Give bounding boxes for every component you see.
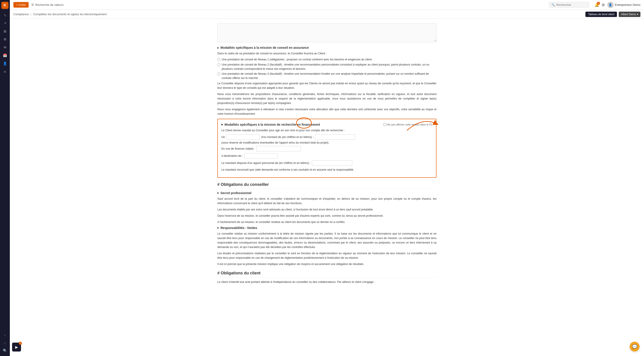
conseil-intro: Dans le cadre de sa prestation de consei… <box>217 51 436 56</box>
search-bar[interactable]: 🔍 <box>549 2 589 8</box>
secret-pro-para4: A l'achèvement de sa mission, le conseil… <box>217 220 436 224</box>
avatar: 👤 <box>607 2 614 8</box>
conseil-para2: Nous vous transmettrons les propositions… <box>217 92 436 105</box>
nav-section-label: Recherche de valeurs <box>35 3 64 6</box>
video-badge: 9 <box>19 342 22 345</box>
chevron-down-icon: ▾ <box>637 13 638 16</box>
obligations-conseiller-title: # Obligations du conseiller <box>217 182 436 189</box>
resp-para2: Les études et préconisations réalisées p… <box>217 251 436 260</box>
subheader-actions: Tableau de bord client Albert Demo ▾ <box>586 12 640 17</box>
financement-section: Modalités spécifiques à la mission de re… <box>217 119 436 178</box>
grid-button[interactable]: ⊞ <box>602 3 605 7</box>
sidebar-item-grid[interactable]: ⊞ <box>1 28 8 35</box>
label-montant: d'un montant de (en chiffres et en lettr… <box>261 136 314 139</box>
search-input[interactable] <box>556 3 587 6</box>
secret-pro-title[interactable]: Secret professionnel <box>217 191 436 195</box>
user-name: Entrepreneur Demo <box>615 3 640 6</box>
financement-hide-checkbox[interactable] <box>384 123 386 126</box>
content-area[interactable]: Modalités spécifiques à la mission de co… <box>10 19 644 356</box>
conseil-niveau2-radio[interactable] <box>217 63 220 66</box>
breadcrumb-item1[interactable]: Compliance <box>14 12 29 16</box>
financement-objet-row: En vue de financer (objet) : <box>222 146 432 152</box>
sidebar-item-download1[interactable]: ↓ <box>1 331 8 338</box>
app-logo[interactable]: K <box>1 2 8 9</box>
conseil-niveau2-text: Une prestation de conseil de Niveau 2 (f… <box>222 62 436 71</box>
sidebar-item-menu[interactable]: ≡ <box>1 68 8 75</box>
financement-intro: Le Client donne mandat au Conseiller pou… <box>222 128 432 132</box>
conseil-niveau1-radio[interactable] <box>217 58 220 61</box>
label-objet: En vue de financer (objet) : <box>222 147 255 150</box>
user-profile-label: Albert Demo <box>621 13 636 16</box>
resp-para1: Le conseiller réalise sa mission conform… <box>217 232 436 249</box>
alert-button[interactable]: 🔔 9 <box>594 3 599 7</box>
resp-title[interactable]: Responsabilités - limites <box>217 226 436 230</box>
label-destination: A destination de : <box>222 154 243 158</box>
alert-badge: 9 <box>597 2 600 5</box>
chat-button[interactable]: 💬 <box>630 342 640 352</box>
obligations-client-title: # Obligations du client <box>217 271 436 278</box>
conseil-niveau1-item: Une prestation de conseil de Niveau 1 (o… <box>217 58 436 62</box>
user-profile-button[interactable]: Albert Demo ▾ <box>619 12 640 17</box>
secret-pro-para2: Les documents établis par ses soins sont… <box>217 207 436 212</box>
breadcrumb-item2: Complétez les documents et signez les él… <box>33 12 107 16</box>
conseil-niveau3-item: Une prestation de conseil de Niveau 3 (f… <box>217 72 436 80</box>
input-montant[interactable] <box>315 134 355 140</box>
sidebar-item-settings[interactable]: ⚙ <box>1 36 8 43</box>
navbar: + Créer ☰ Recherche de valeurs 🔍 🔔 9 ⊞ 👤… <box>10 0 644 10</box>
document-body: Modalités spécifiques à la mission de co… <box>208 19 446 295</box>
financement-confirm-text: Le mandant reconnaît que cette demande e… <box>222 168 432 172</box>
label-un: Un <box>222 136 225 139</box>
secret-pro-para3: Dans l'exercice de sa mission, le consei… <box>217 214 436 218</box>
conseil-section-title[interactable]: Modalités spécifiques à la mission de co… <box>217 46 436 50</box>
input-objet[interactable] <box>256 146 301 152</box>
sidebar-item-mail[interactable]: ✉ <box>1 44 8 51</box>
sidebar-item-share[interactable]: ↗ <box>1 20 8 27</box>
conseil-niveau3-radio[interactable] <box>217 72 220 75</box>
user-button[interactable]: 👤 Entrepreneur Demo <box>607 2 640 8</box>
input-destination[interactable] <box>244 153 278 158</box>
label-apport: Le mandant dispose d'un apport personnel… <box>222 162 310 164</box>
financement-header: Modalités spécifiques à la mission de re… <box>222 123 432 126</box>
financement-checkbox-label[interactable]: Ne pas afficher cette section dans le PL <box>384 123 432 126</box>
financement-checkbox-text: Ne pas afficher cette section dans le PL <box>387 123 432 126</box>
search-icon: 🔍 <box>552 3 555 6</box>
financement-montant-row: Un d'un montant de (en chiffres et en le… <box>222 134 432 144</box>
sidebar-item-download2[interactable]: ↓ <box>1 339 8 346</box>
dashboard-button[interactable]: Tableau de bord client <box>586 12 617 17</box>
breadcrumb-separator: | <box>31 12 31 16</box>
top-textarea[interactable] <box>218 24 436 41</box>
sidebar-item-search[interactable]: 🔍 <box>1 347 8 354</box>
financement-destination-row: A destination de : <box>222 153 432 158</box>
sidebar-item-calendar[interactable]: 📅 <box>1 52 8 59</box>
subheader: Compliance | Complétez les documents et … <box>10 10 644 19</box>
financement-section-title[interactable]: Modalités spécifiques à la mission de re… <box>222 123 320 126</box>
navbar-right: 🔔 9 ⊞ 👤 Entrepreneur Demo <box>594 2 640 8</box>
label-reserve: (sous réserve de modifications éventuell… <box>222 141 329 144</box>
conseil-para1: Le Conseiller dispose d'une organisation… <box>217 81 436 90</box>
conseil-niveau1-text: Une prestation de conseil de Niveau 1 (o… <box>222 58 372 62</box>
sidebar-item-users[interactable]: 👤 <box>1 60 8 67</box>
input-type-credit[interactable] <box>226 134 260 140</box>
secret-pro-para1: Sauf accord écrit de la part du client, … <box>217 196 436 206</box>
input-apport[interactable] <box>312 160 352 166</box>
resp-para3: Il est ici précisé que la présente missi… <box>217 262 436 266</box>
sidebar-item-expand[interactable]: ⤡ <box>1 12 8 19</box>
main-container: + Créer ☰ Recherche de valeurs 🔍 🔔 9 ⊞ 👤… <box>10 0 644 356</box>
conseil-niveau3-text: Une prestation de conseil de Niveau 3 (f… <box>222 72 436 80</box>
nav-section: ☰ Recherche de valeurs <box>31 3 64 6</box>
conseil-niveau2-item: Une prestation de conseil de Niveau 2 (f… <box>217 62 436 71</box>
financement-apport-row: Le mandant dispose d'un apport personnel… <box>222 160 432 166</box>
create-button[interactable]: + Créer <box>14 2 28 8</box>
sidebar: K ⤡ ↗ ⊞ ⚙ ✉ 📅 👤 ≡ ↓ ↓ 🔍 <box>0 0 10 356</box>
video-button[interactable]: ▶ 9 <box>12 342 21 352</box>
nav-section-icon: ☰ <box>31 3 34 6</box>
obligations-client-intro: Le client s'interdit tout acte portant a… <box>217 280 436 284</box>
conseil-para3: Nous nous engageons également à réévalue… <box>217 107 436 116</box>
